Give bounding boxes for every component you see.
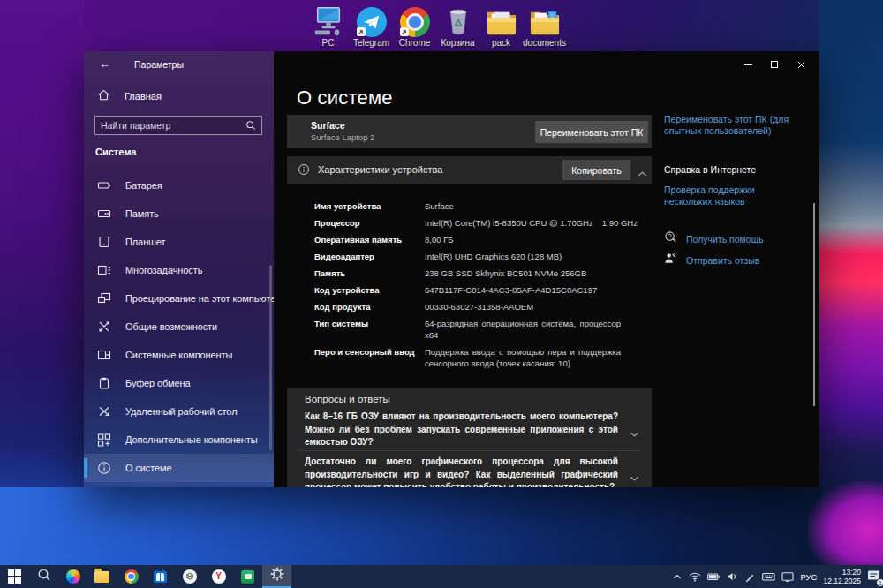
touch-keyboard-icon[interactable] — [762, 571, 775, 582]
qa-question[interactable]: Достаточно ли моего графического процесс… — [305, 456, 618, 487]
chevron-up-icon[interactable] — [638, 165, 647, 181]
sidebar-item-battery[interactable]: Батарея — [84, 171, 274, 200]
chatgpt-icon — [183, 569, 197, 584]
folder-icon — [485, 4, 518, 37]
spec-value: 00330-63027-31358-AAOEM — [425, 301, 621, 313]
spec-value: Surface — [425, 200, 621, 212]
speaker-icon[interactable] — [727, 571, 738, 582]
start-button[interactable] — [0, 565, 29, 588]
sidebar-item-optional-features[interactable]: Дополнительные компоненты — [84, 426, 274, 454]
recycle-bin-icon — [443, 4, 473, 37]
desktop-icon-telegram[interactable]: Telegram — [350, 4, 393, 51]
pen-icon[interactable] — [744, 571, 756, 583]
sidebar-item-label: Дополнительные компоненты — [125, 434, 258, 445]
desktop-icon-recycle-bin[interactable]: Корзина — [436, 4, 479, 51]
send-feedback-row[interactable]: Отправить отзыв — [664, 252, 759, 268]
maximize-button[interactable] — [761, 55, 788, 74]
search-icon[interactable] — [245, 120, 256, 131]
sidebar-section-header: Система — [95, 147, 136, 157]
sidebar-item-tablet[interactable]: Планшет — [84, 228, 274, 256]
clock[interactable]: 13:20 12.12.2025 — [823, 568, 861, 585]
spec-row: Код устройства647B117F-C014-4AC3-85AF-A4… — [314, 282, 652, 298]
spec-row: Тип системы64-разрядная операционная сис… — [314, 315, 652, 343]
sidebar-item-storage[interactable]: Память — [84, 200, 274, 228]
about-icon — [97, 461, 111, 475]
tablet-mode-icon[interactable] — [781, 571, 794, 582]
storage-icon — [97, 207, 111, 221]
sidebar-item-home[interactable]: Главная — [97, 88, 162, 103]
spec-label: Видеоадаптер — [314, 251, 425, 262]
taskbar-copilot-button[interactable] — [58, 565, 87, 588]
desktop-icon-pack[interactable]: pack — [479, 4, 523, 51]
clipboard-icon — [97, 376, 111, 390]
sidebar-item-projecting[interactable]: Проецирование на этот компьютер — [84, 284, 274, 313]
optional-features-icon — [97, 433, 111, 447]
device-name: Surface — [311, 120, 345, 131]
multilanguage-support-link[interactable]: Проверка поддержки нескольких языков — [664, 185, 805, 207]
taskbar-settings-button[interactable] — [262, 565, 291, 588]
sidebar-item-system-components[interactable]: Системные компоненты — [84, 341, 274, 369]
spec-label: Перо и сенсорный ввод — [314, 346, 425, 369]
sidebar-item-clipboard[interactable]: Буфер обмена — [84, 369, 274, 397]
specs-header: Характеристики устройства — [318, 164, 442, 175]
search-input[interactable] — [95, 120, 245, 131]
sidebar-item-shared-experiences[interactable]: Общие возможности — [84, 313, 274, 341]
action-center-button[interactable]: 1 — [867, 569, 880, 584]
search-icon — [37, 568, 51, 585]
taskbar-chrome-button[interactable] — [117, 565, 146, 588]
wifi-icon[interactable] — [689, 571, 701, 582]
language-indicator[interactable]: РУС — [800, 572, 817, 582]
spec-value: Intel(R) UHD Graphics 620 (128 MB) — [425, 251, 621, 262]
battery-icon[interactable] — [707, 571, 721, 582]
qa-card: Вопросы и ответы Как 8–16 ГБ ОЗУ влияют … — [287, 388, 652, 487]
spec-label: Код продукта — [314, 301, 425, 313]
chevron-down-icon[interactable] — [630, 426, 639, 441]
copy-button[interactable]: Копировать — [562, 160, 630, 180]
sidebar-item-label: Системные компоненты — [125, 350, 232, 360]
sidebar-item-label: Многозадачность — [125, 265, 202, 275]
desktop-icon-documents[interactable]: documents — [523, 4, 566, 51]
minimize-button[interactable] — [735, 55, 761, 74]
taskbar-yandex-button[interactable]: Y — [204, 565, 233, 588]
window-scrollbar[interactable] — [813, 203, 815, 406]
window-controls — [735, 55, 814, 74]
rename-pc-advanced-link[interactable]: Переименовать этот ПК (для опытных польз… — [664, 114, 805, 137]
back-arrow-icon[interactable]: ← — [99, 57, 109, 71]
remote-desktop-icon — [97, 404, 111, 418]
spec-value: 647B117F-C014-4AC3-85AF-A4D15C0AC197 — [425, 284, 621, 296]
desktop-icons: PC Telegram Chrome — [306, 4, 566, 51]
sidebar-scrollbar[interactable] — [269, 265, 272, 450]
sidebar-item-label: Удаленный рабочий стол — [125, 406, 237, 417]
device-specs-expander[interactable]: Характеристики устройства Копировать — [287, 156, 652, 184]
sidebar-item-label: О системе — [125, 463, 172, 473]
rename-pc-button[interactable]: Переименовать этот ПК — [535, 121, 648, 143]
sidebar-item-about[interactable]: О системе — [84, 454, 274, 482]
file-explorer-icon — [94, 571, 109, 583]
sidebar-item-multitasking[interactable]: Многозадачность — [84, 256, 274, 284]
page-title: О системе — [297, 87, 393, 109]
divider — [298, 450, 641, 451]
chrome-icon — [125, 569, 139, 584]
close-button[interactable] — [788, 55, 814, 74]
get-help-link[interactable]: Получить помощь — [686, 233, 764, 245]
chevron-down-icon[interactable] — [630, 470, 639, 486]
qa-question[interactable]: Как 8–16 ГБ ОЗУ влияют на производительн… — [305, 411, 618, 449]
desktop-icon-label: Корзина — [441, 38, 474, 48]
spec-value: Поддержка ввода с помощью пера и поддерж… — [425, 346, 621, 369]
get-help-row[interactable]: Получить помощь — [664, 230, 764, 247]
taskbar-chatgpt-button[interactable] — [175, 565, 204, 588]
desktop-icon-label: PC — [322, 38, 335, 48]
send-feedback-link[interactable]: Отправить отзыв — [686, 254, 759, 267]
taskbar-file-explorer-button[interactable] — [87, 565, 117, 588]
desktop-icon-pc[interactable]: PC — [306, 4, 350, 51]
device-model: Surface Laptop 2 — [311, 132, 374, 142]
taskbar-search-button[interactable] — [29, 565, 58, 588]
taskbar-store-button[interactable] — [146, 565, 175, 588]
shortcut-arrow-icon — [400, 27, 409, 36]
taskbar-green-app-button[interactable] — [233, 565, 262, 588]
tray-chevron-up-icon[interactable] — [672, 572, 683, 581]
desktop-icon-chrome[interactable]: Chrome — [393, 4, 436, 51]
spec-row: ПроцессорIntel(R) Core(TM) i5-8350U CPU … — [314, 215, 652, 231]
settings-window: ← Параметры Главная Система Батарея Памя… — [84, 51, 819, 487]
sidebar-item-remote-desktop[interactable]: Удаленный рабочий стол — [84, 397, 274, 426]
